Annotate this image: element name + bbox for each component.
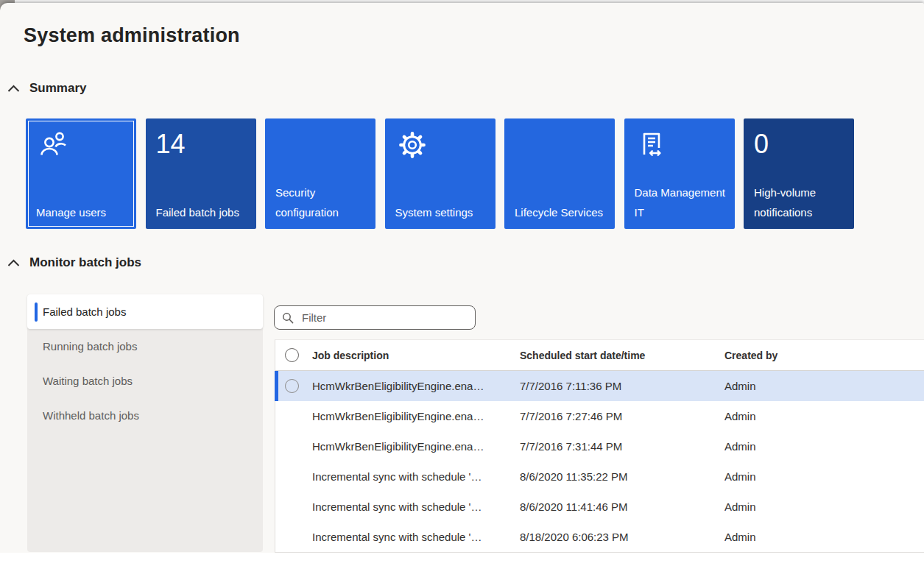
tab-label: Running batch jobs (43, 340, 137, 353)
table-row[interactable]: HcmWkrBenEligibilityEngine.ena… 7/7/2016… (275, 401, 924, 431)
table-row[interactable]: Incremental sync with schedule '… 8/18/2… (275, 522, 924, 552)
tab-running-batch-jobs[interactable]: Running batch jobs (27, 329, 263, 364)
gear-icon (395, 127, 485, 163)
section-monitor-label: Monitor batch jobs (29, 255, 141, 270)
cell-created-by: Admin (724, 531, 924, 543)
filter-input[interactable] (300, 311, 475, 325)
tile-lifecycle-services[interactable]: Lifecycle Services (504, 118, 615, 229)
section-header-summary[interactable]: Summary (7, 81, 86, 96)
table-header-row: Job description Scheduled start date/tim… (275, 340, 924, 371)
search-icon (282, 312, 294, 324)
tab-failed-batch-jobs[interactable]: Failed batch jobs (27, 294, 263, 329)
tab-waiting-batch-jobs[interactable]: Waiting batch jobs (27, 364, 263, 398)
cell-job-description: HcmWkrBenEligibilityEngine.ena… (312, 440, 520, 453)
select-all-checkbox[interactable] (285, 348, 299, 362)
batch-jobs-tab-list: Failed batch jobs Running batch jobs Wai… (27, 294, 263, 552)
cell-created-by: Admin (724, 410, 924, 422)
tile-label: High-volume notifications (754, 183, 850, 222)
row-checkbox[interactable] (285, 379, 299, 393)
cell-job-description: Incremental sync with schedule '… (312, 470, 520, 483)
tile-label: Security configuration (275, 183, 371, 222)
tile-high-volume-notifications[interactable]: 0 High-volume notifications (744, 118, 854, 229)
cell-created-by: Admin (724, 380, 924, 392)
tab-label: Withheld batch jobs (43, 409, 139, 422)
tile-data-management-it[interactable]: Data Management IT (624, 118, 735, 229)
chevron-up-icon[interactable] (7, 259, 20, 267)
document-sync-icon (635, 127, 724, 163)
table-body: HcmWkrBenEligibilityEngine.ena… 7/7/2016… (275, 371, 924, 552)
bottom-strip (0, 553, 924, 577)
table-row[interactable]: Incremental sync with schedule '… 8/6/20… (275, 461, 924, 492)
chevron-up-icon[interactable] (7, 85, 20, 93)
cell-job-description: Incremental sync with schedule '… (312, 531, 520, 543)
tab-withheld-batch-jobs[interactable]: Withheld batch jobs (27, 398, 263, 433)
section-summary-label: Summary (29, 81, 86, 96)
tile-count: 14 (156, 127, 246, 159)
column-header-job-description[interactable]: Job description (312, 350, 520, 361)
tile-count: 0 (754, 127, 844, 159)
tile-label: Failed batch jobs (156, 202, 252, 222)
cell-scheduled-start: 8/18/2020 6:06:23 PM (520, 531, 724, 543)
cell-created-by: Admin (724, 500, 924, 513)
cell-job-description: HcmWkrBenEligibilityEngine.ena… (312, 380, 520, 392)
filter-input-wrapper[interactable] (274, 305, 476, 330)
tile-system-settings[interactable]: System settings (385, 118, 495, 229)
cell-created-by: Admin (724, 470, 924, 483)
cell-scheduled-start: 7/7/2016 7:27:46 PM (520, 410, 724, 422)
people-icon (36, 127, 126, 163)
cell-scheduled-start: 7/7/2016 7:31:44 PM (520, 440, 724, 453)
selected-tab-indicator (35, 302, 38, 322)
tile-label: Lifecycle Services (515, 202, 610, 222)
cell-job-description: Incremental sync with schedule '… (312, 500, 520, 513)
cell-scheduled-start: 7/7/2016 7:11:36 PM (520, 380, 724, 392)
tile-failed-batch-jobs[interactable]: 14 Failed batch jobs (146, 118, 256, 229)
summary-tiles: Manage users 14 Failed batch jobs Securi… (26, 118, 854, 229)
table-row[interactable]: Incremental sync with schedule '… 8/6/20… (275, 492, 924, 522)
tile-manage-users[interactable]: Manage users (26, 118, 136, 229)
tab-label: Failed batch jobs (43, 305, 126, 318)
system-administration-page: System administration Summary Manage use… (0, 0, 924, 577)
cell-scheduled-start: 8/6/2020 11:41:46 PM (520, 500, 724, 513)
section-header-monitor-batch-jobs[interactable]: Monitor batch jobs (7, 255, 141, 270)
tile-label: Data Management IT (635, 183, 730, 222)
batch-jobs-grid: Job description Scheduled start date/tim… (275, 339, 924, 553)
page-title: System administration (24, 24, 240, 47)
column-header-created-by[interactable]: Created by (724, 350, 924, 361)
cell-created-by: Admin (724, 440, 924, 453)
tile-security-configuration[interactable]: Security configuration (265, 118, 375, 229)
tile-label: System settings (395, 202, 491, 222)
table-row[interactable]: HcmWkrBenEligibilityEngine.ena… 7/7/2016… (275, 371, 924, 401)
cell-scheduled-start: 8/6/2020 11:35:22 PM (520, 470, 724, 483)
table-row[interactable]: HcmWkrBenEligibilityEngine.ena… 7/7/2016… (275, 431, 924, 461)
cell-job-description: HcmWkrBenEligibilityEngine.ena… (312, 410, 520, 422)
tab-label: Waiting batch jobs (43, 375, 133, 387)
column-header-scheduled-start[interactable]: Scheduled start date/time (520, 350, 724, 361)
tile-label: Manage users (36, 202, 132, 222)
